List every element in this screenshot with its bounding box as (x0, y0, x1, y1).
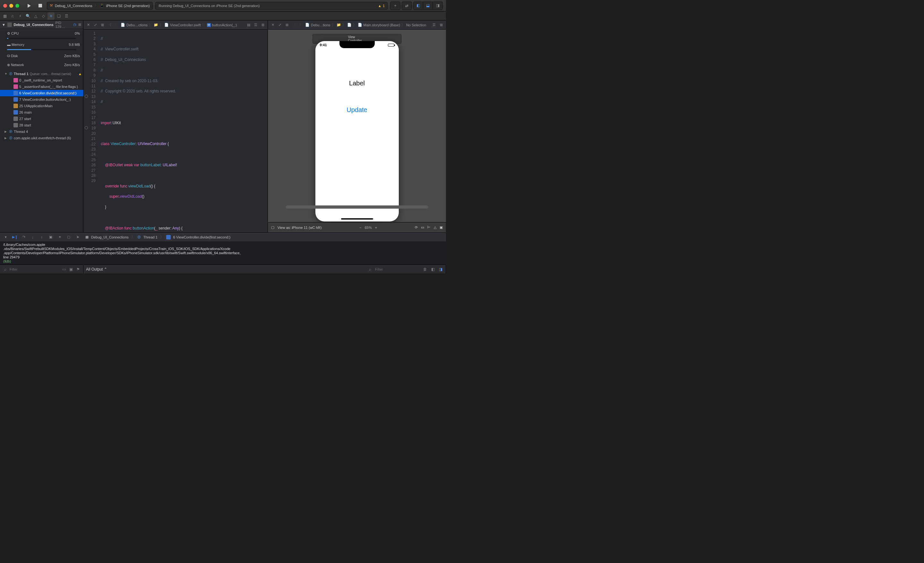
document-outline-toggle[interactable]: ▢ (271, 225, 274, 230)
filter-icon[interactable]: ⌕ (3, 267, 8, 272)
back-icon[interactable]: 〈 (291, 22, 297, 28)
adjust-editor-icon[interactable]: ☰ (253, 22, 259, 28)
uibutton[interactable]: Update (346, 106, 368, 114)
continue-button[interactable]: ▶❙ (12, 234, 18, 240)
navigator-filter-input[interactable] (10, 267, 59, 271)
filter-opt-1[interactable]: ▭ (61, 267, 66, 272)
stack-frame[interactable]: 27 start (0, 116, 83, 122)
zoom-out-button[interactable]: − (359, 226, 361, 230)
scheme-selector[interactable]: ⚒ Debug_UI_Connections 〉 📱 iPhone SE (2n… (47, 2, 153, 10)
embed-icon[interactable]: ⟳ (415, 225, 418, 230)
filter-opt-3[interactable]: ⚑ (75, 267, 81, 272)
code-review-button[interactable]: ⇄ (402, 2, 412, 10)
close-window-button[interactable] (3, 4, 7, 8)
test-nav-icon[interactable]: ◇ (40, 12, 47, 20)
trash-icon[interactable]: 🗑 (423, 267, 428, 272)
canvas-scrollbar[interactable] (286, 206, 428, 209)
close-tab-icon[interactable]: ✕ (86, 22, 91, 28)
location-icon[interactable]: ➤ (74, 234, 81, 240)
add-editor-icon[interactable]: ⊞ (438, 22, 444, 28)
thread-1[interactable]: ▼ ⦿ Thread 1 Queue: com.…thread (serial)… (0, 71, 83, 77)
view-as-label[interactable]: View as: iPhone 11 (wC hR) (278, 226, 321, 230)
pane-toggle-group: ◧ ⬓ ◨ (413, 2, 443, 10)
memory-graph-icon[interactable]: ⚭ (57, 234, 63, 240)
output-mode-selector[interactable]: All Output ⌃ (86, 267, 107, 272)
find-nav-icon[interactable]: 🔍 (24, 12, 32, 20)
stack-frame[interactable]: 0 _swift_runtime_on_report (0, 77, 83, 83)
resolve-icon[interactable]: △ (434, 225, 436, 230)
source-control-nav-icon[interactable]: ⎌ (9, 12, 16, 20)
stack-frame[interactable]: 6 ViewController.divide(first:second:) (0, 90, 83, 96)
breakpoint-nav-icon[interactable]: ❏ (55, 12, 62, 20)
related-items-icon[interactable]: ⊞ (99, 22, 105, 28)
stack-frame[interactable]: 25 UIApplicationMain (0, 103, 83, 109)
add-editor-icon[interactable]: ⊞ (260, 22, 266, 28)
pin-icon[interactable]: ⊢ (428, 225, 430, 230)
view-debug-icon[interactable]: ▣ (48, 234, 54, 240)
run-button[interactable] (25, 2, 33, 10)
network-metric[interactable]: ⊕ NetworkZero KB/s (0, 60, 83, 69)
back-icon[interactable]: 〈 (106, 22, 112, 28)
step-out-button[interactable]: ↑ (39, 234, 45, 240)
canvas-area[interactable]: View Controller → 9:41 Label Update (268, 30, 446, 222)
align-icon[interactable]: ▭ (421, 225, 424, 230)
stack-frame[interactable]: 5 _assertionFailure(_:_:file:line:flags:… (0, 83, 83, 90)
env-override-icon[interactable]: ▢ (66, 234, 72, 240)
vars-pane-toggle[interactable]: ◧ (430, 267, 435, 272)
hide-debug-icon[interactable]: ▾ (3, 234, 9, 240)
zoom-in-button[interactable]: + (375, 226, 377, 230)
related-items-icon[interactable]: ⊞ (284, 22, 290, 28)
step-over-button[interactable]: ↷ (21, 234, 27, 240)
process-header[interactable]: ▼ Debug_UI_Connections PID 129… ◷ ⊞ (0, 21, 83, 29)
activity-status[interactable]: Running Debug_UI_Connections on iPhone S… (155, 2, 388, 10)
disk-metric[interactable]: ⛁ DiskZero KB/s (0, 51, 83, 60)
project-nav-icon[interactable]: ▦ (1, 12, 8, 20)
right-pane-toggle[interactable]: ◨ (433, 2, 442, 9)
bottom-pane-toggle[interactable]: ⬓ (423, 2, 433, 9)
embed-in-icon[interactable]: ▣ (440, 225, 443, 230)
stop-button[interactable] (36, 2, 44, 10)
memory-metric[interactable]: ▬ Memory9.8 MB (0, 40, 83, 49)
code-lines[interactable]: // // ViewController.swift // Debug_UI_C… (98, 30, 268, 233)
canvas-jumpbar[interactable]: ✕ ⤢ ⊞ 〈 〉 📄Debu…tions 〉📁 〉📄 〉 📄Main.stor… (268, 21, 446, 30)
bottom-bar: ⌕ ▭ ▣ ⚑ All Output ⌃ ⌕ 🗑 ◧ ◨ (0, 264, 446, 273)
forward-icon[interactable]: 〉 (114, 22, 119, 28)
warning-badge[interactable]: ▲ 1 (378, 4, 385, 8)
close-tab-icon[interactable]: ✕ (270, 22, 276, 28)
minimap-icon[interactable]: ▤ (246, 22, 252, 28)
filter-opt-2[interactable]: ▣ (68, 267, 74, 272)
step-into-button[interactable]: ↓ (30, 234, 36, 240)
code-area[interactable]: 1234567891011121314151617181920212223242… (83, 30, 268, 233)
issue-nav-icon[interactable]: △ (32, 12, 39, 20)
debug-crumb-thread[interactable]: Thread 1 (143, 235, 158, 239)
console-filter-input[interactable] (375, 267, 420, 271)
main-split: ▼ Debug_UI_Connections PID 129… ◷ ⊞ ⚙ CP… (0, 21, 446, 233)
cpu-metric[interactable]: ⚙ CPU0% (0, 29, 83, 38)
console[interactable]: /Library/Caches/com.apple .xbs/Binaries/… (0, 242, 446, 264)
minimize-window-button[interactable] (9, 4, 13, 8)
report-nav-icon[interactable]: ☰ (63, 12, 70, 20)
gutter[interactable]: 1234567891011121314151617181920212223242… (83, 30, 98, 233)
eventfetch-thread[interactable]: ▶⦿ com.apple.uikit.eventfetch-thread (6) (0, 135, 83, 141)
stack-frame[interactable]: 26 main (0, 109, 83, 116)
zoom-label: 65% (365, 226, 372, 230)
left-pane-toggle[interactable]: ◧ (414, 2, 423, 9)
expand-icon[interactable]: ⤢ (92, 22, 98, 28)
editor-jumpbar[interactable]: ✕ ⤢ ⊞ 〈 〉 📄Debu…ctions 〉 📁 〉 📄ViewContro… (83, 21, 268, 30)
uilabel[interactable]: Label (349, 80, 365, 87)
outline-icon[interactable]: ☰ (431, 22, 437, 28)
filter-icon[interactable]: ⌕ (368, 267, 372, 272)
thread-4[interactable]: ▶⦿ Thread 4 (0, 128, 83, 135)
stack-frame[interactable]: 28 start (0, 122, 83, 128)
debug-nav-icon[interactable]: ≡ (48, 12, 54, 20)
symbol-nav-icon[interactable]: ♯ (16, 12, 24, 20)
iphone-preview[interactable]: → 9:41 Label Update (315, 41, 399, 221)
expand-icon[interactable]: ⤢ (277, 22, 283, 28)
zoom-window-button[interactable] (15, 4, 19, 8)
library-button[interactable]: ＋ (390, 2, 400, 10)
forward-icon[interactable]: 〉 (298, 22, 304, 28)
debug-crumb-frame[interactable]: 6 ViewController.divide(first:second:) (173, 235, 230, 239)
console-pane-toggle[interactable]: ◨ (438, 267, 443, 272)
stack-frame[interactable]: 7 ViewController.buttonAction(_:) (0, 96, 83, 103)
debug-crumb-process[interactable]: Debug_UI_Connections (91, 235, 129, 239)
